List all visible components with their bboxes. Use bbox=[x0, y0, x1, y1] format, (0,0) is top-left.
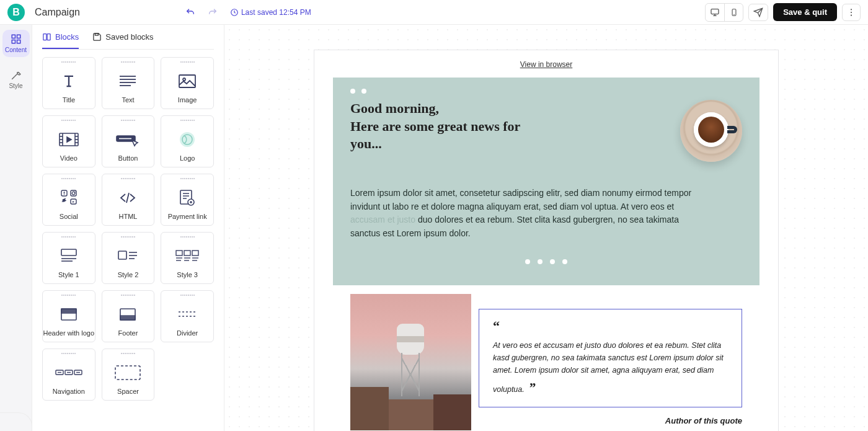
block-tile-social[interactable]: fSocial bbox=[42, 174, 95, 226]
svg-rect-43 bbox=[118, 251, 126, 259]
workspace: Content Style Blocks Saved blocks TitleT… bbox=[0, 25, 868, 431]
more-menu-button[interactable] bbox=[842, 4, 861, 21]
block-tile-video[interactable]: Video bbox=[42, 115, 95, 167]
grip-icon bbox=[180, 178, 195, 179]
quote-image[interactable] bbox=[350, 294, 471, 430]
grip-icon bbox=[180, 295, 195, 296]
grip-icon bbox=[180, 120, 195, 121]
tools-icon bbox=[11, 69, 22, 81]
view-in-browser-link[interactable]: View in browser bbox=[333, 60, 760, 69]
rail-item-style[interactable]: Style bbox=[2, 66, 30, 93]
rail-item-content[interactable]: Content bbox=[2, 30, 30, 57]
top-bar: B Campaign Last saved 12:54 PM Save & qu… bbox=[0, 0, 868, 25]
undo-icon bbox=[185, 7, 195, 17]
block-tile-image[interactable]: Image bbox=[161, 57, 214, 109]
image-icon bbox=[178, 66, 197, 96]
grip-icon bbox=[121, 178, 135, 179]
grip-icon bbox=[61, 353, 76, 354]
button-icon bbox=[115, 125, 140, 154]
text-icon bbox=[118, 66, 137, 96]
block-tile-style2[interactable]: Style 2 bbox=[102, 232, 155, 284]
block-tile-navigation[interactable]: Navigation bbox=[42, 349, 95, 401]
left-panel: Blocks Saved blocks TitleTextImageVideoB… bbox=[32, 25, 224, 431]
desktop-view-button[interactable] bbox=[706, 4, 724, 21]
grip-icon bbox=[180, 236, 195, 238]
coffee-image[interactable] bbox=[680, 100, 742, 162]
quote-section[interactable]: “ At vero eos et accusam et justo duo do… bbox=[333, 285, 760, 430]
svg-rect-57 bbox=[61, 309, 76, 313]
svg-rect-40 bbox=[61, 249, 76, 255]
canvas[interactable]: View in browser Good morning, Here are s… bbox=[224, 25, 868, 431]
redo-button[interactable] bbox=[204, 4, 221, 21]
grip-icon bbox=[121, 61, 135, 63]
close-quote-icon: ” bbox=[529, 380, 536, 395]
grip-icon bbox=[180, 61, 195, 63]
block-tile-html[interactable]: HTML bbox=[102, 174, 155, 226]
svg-point-36 bbox=[74, 192, 75, 192]
logo-icon bbox=[178, 125, 197, 154]
tile-label: Title bbox=[63, 96, 75, 109]
clock-icon bbox=[230, 8, 239, 17]
svg-rect-1 bbox=[711, 9, 719, 14]
svg-rect-59 bbox=[120, 316, 135, 320]
save-quit-button[interactable]: Save & quit bbox=[773, 3, 837, 21]
navigation-icon bbox=[55, 358, 82, 388]
block-tile-payment[interactable]: Payment link bbox=[161, 174, 214, 226]
tile-label: Footer bbox=[118, 329, 138, 342]
email-container[interactable]: View in browser Good morning, Here are s… bbox=[314, 50, 779, 431]
send-test-button[interactable] bbox=[748, 4, 768, 21]
divider-icon bbox=[177, 300, 197, 329]
svg-rect-13 bbox=[95, 33, 99, 35]
tab-blocks[interactable]: Blocks bbox=[42, 32, 79, 49]
open-quote-icon: “ bbox=[493, 318, 500, 334]
grip-icon bbox=[121, 295, 135, 296]
block-tile-text[interactable]: Text bbox=[102, 57, 155, 109]
tile-label: Style 1 bbox=[58, 271, 79, 283]
headerlogo-icon bbox=[60, 300, 78, 329]
block-tile-title[interactable]: Title bbox=[42, 57, 95, 109]
save-icon bbox=[92, 32, 102, 42]
hero-title[interactable]: Good morning, Here are some great news f… bbox=[350, 100, 536, 153]
svg-rect-9 bbox=[12, 40, 15, 43]
quote-box[interactable]: “ At vero eos et accusam et justo duo do… bbox=[479, 309, 742, 407]
style2-icon bbox=[117, 241, 138, 271]
last-saved-label: Last saved 12:54 PM bbox=[230, 8, 311, 17]
svg-rect-34 bbox=[71, 190, 76, 196]
style3-icon bbox=[175, 241, 200, 271]
blocks-grid: TitleTextImageVideoButtonLogofSocialHTML… bbox=[32, 57, 224, 408]
tile-label: Video bbox=[60, 154, 78, 167]
tile-label: Divider bbox=[177, 329, 198, 342]
rail-label: Style bbox=[9, 82, 22, 89]
block-tile-style1[interactable]: Style 1 bbox=[42, 232, 95, 284]
rail-rounded-corner bbox=[0, 412, 32, 431]
block-tile-divider[interactable]: Divider bbox=[161, 290, 214, 342]
tab-label: Blocks bbox=[55, 32, 79, 42]
block-tile-logo[interactable]: Logo bbox=[161, 115, 214, 167]
tab-saved-blocks[interactable]: Saved blocks bbox=[92, 32, 153, 49]
svg-point-4 bbox=[851, 9, 852, 10]
spacer-icon bbox=[113, 358, 142, 388]
hero-section[interactable]: Good morning, Here are some great news f… bbox=[333, 78, 760, 285]
svg-rect-10 bbox=[17, 40, 20, 43]
tile-label: Payment link bbox=[168, 213, 207, 225]
block-tile-footer[interactable]: Footer bbox=[102, 290, 155, 342]
hero-body-text[interactable]: Lorem ipsum dolor sit amet, consetetur s… bbox=[350, 187, 710, 241]
tile-label: Style 3 bbox=[177, 271, 198, 283]
svg-point-35 bbox=[72, 192, 75, 195]
grip-icon bbox=[121, 236, 135, 238]
svg-point-5 bbox=[851, 11, 852, 12]
quote-author[interactable]: Author of this quote bbox=[471, 416, 742, 425]
block-tile-spacer[interactable]: Spacer bbox=[102, 349, 155, 401]
quote-text[interactable]: At vero eos et accusam et justo duo dolo… bbox=[493, 339, 728, 398]
side-rail: Content Style bbox=[0, 25, 32, 431]
undo-button[interactable] bbox=[182, 4, 199, 21]
brand-logo[interactable]: B bbox=[7, 4, 25, 21]
block-tile-style3[interactable]: Style 3 bbox=[161, 232, 214, 284]
tile-label: Button bbox=[118, 154, 138, 167]
svg-rect-7 bbox=[12, 35, 15, 38]
block-tile-headerlogo[interactable]: Header with logo bbox=[42, 290, 95, 342]
mobile-view-button[interactable] bbox=[724, 4, 743, 21]
block-tile-button[interactable]: Button bbox=[102, 115, 155, 167]
mobile-icon bbox=[730, 8, 738, 17]
redo-icon bbox=[208, 7, 218, 17]
